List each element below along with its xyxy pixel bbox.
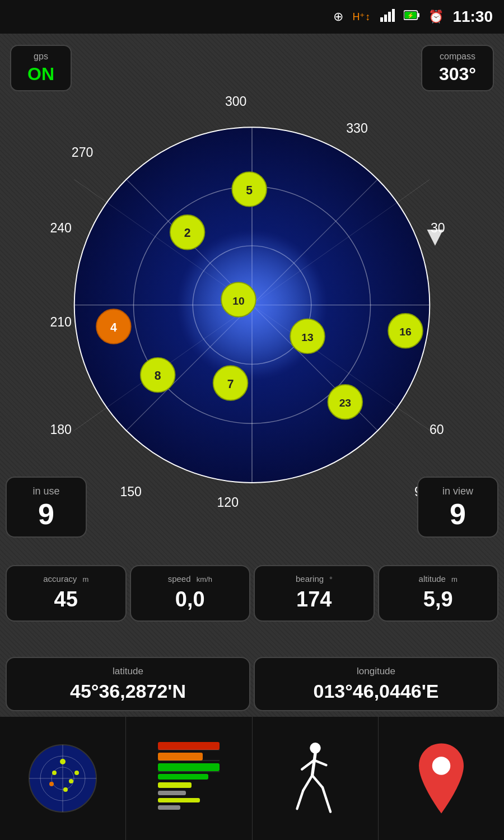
svg-rect-23 <box>158 782 192 788</box>
svg-rect-5 <box>418 13 420 17</box>
altitude-value: 5,9 <box>385 587 492 613</box>
satellite-5-label: 5 <box>246 184 253 197</box>
signal-bars-icon <box>379 7 395 26</box>
bottom-navigation <box>0 717 504 840</box>
nav-signal[interactable] <box>126 717 252 840</box>
satellite-16-label: 16 <box>399 326 411 338</box>
svg-rect-25 <box>158 798 200 802</box>
compass-label-270: 270 <box>72 145 93 160</box>
altitude-label: altitude m <box>385 574 492 584</box>
walker-icon <box>290 742 340 815</box>
compass-label: compass <box>435 52 480 62</box>
svg-point-18 <box>74 771 79 775</box>
clock: 11:30 <box>452 8 493 26</box>
compass-value: 303° <box>435 64 480 85</box>
main-content: gps ON compass 303° 300 330 270 240 210 … <box>0 34 504 840</box>
speed-card: speed km/h 0,0 <box>130 565 251 622</box>
compass-label-300: 300 <box>225 94 246 109</box>
compass-label-180: 180 <box>50 422 71 437</box>
svg-point-17 <box>63 787 68 792</box>
gps-value: ON <box>24 64 58 85</box>
in-use-badge: in use 9 <box>6 477 87 538</box>
svg-rect-22 <box>158 774 208 780</box>
accuracy-label: accuracy m <box>12 574 120 584</box>
latitude-card: latitude 45°36,2872'N <box>6 657 250 711</box>
svg-point-15 <box>69 779 73 783</box>
bearing-card: bearing ° 174 <box>254 565 375 622</box>
svg-point-16 <box>49 782 54 786</box>
battery-icon: ⚡ <box>404 9 419 25</box>
svg-rect-20 <box>158 753 203 760</box>
svg-rect-19 <box>158 742 220 750</box>
satellite-7-label: 7 <box>227 377 234 390</box>
longitude-label: longitude <box>260 666 492 677</box>
metrics-row: accuracy m 45 speed km/h 0,0 bearing ° 1… <box>0 565 504 622</box>
in-view-value: 9 <box>435 500 480 529</box>
satellite-4-label: 4 <box>110 321 117 334</box>
svg-line-33 <box>314 760 326 766</box>
svg-rect-26 <box>158 805 180 810</box>
compass-label-210: 210 <box>50 315 71 329</box>
satellite-8-label: 8 <box>155 369 161 382</box>
satellite-13-label: 13 <box>301 332 313 343</box>
inuse-inview-row: in use 9 in view 9 <box>0 477 504 538</box>
accuracy-value: 45 <box>12 587 120 613</box>
altitude-card: altitude m 5,9 <box>378 565 499 622</box>
gps-target-icon: ⊕ <box>333 10 343 24</box>
in-use-value: 9 <box>24 500 69 529</box>
radar-display: 300 330 270 240 210 180 150 120 90 60 30 <box>42 90 462 510</box>
alarm-icon: ⏰ <box>428 10 444 24</box>
svg-rect-0 <box>380 17 383 22</box>
in-view-label: in view <box>435 486 480 497</box>
speed-label: speed km/h <box>137 574 244 584</box>
coordinates-row: latitude 45°36,2872'N longitude 013°46,0… <box>0 657 504 711</box>
satellite-2-label: 2 <box>184 226 191 239</box>
compass-label-240: 240 <box>50 221 71 235</box>
gps-badge[interactable]: gps ON <box>10 45 72 91</box>
bearing-label: bearing ° <box>260 574 368 584</box>
bearing-triangle <box>427 230 444 246</box>
svg-point-13 <box>60 759 66 764</box>
svg-rect-1 <box>384 15 387 22</box>
accuracy-card: accuracy m 45 <box>6 565 127 622</box>
svg-rect-2 <box>388 12 391 22</box>
signal-bars-nav-icon <box>155 739 222 818</box>
mini-radar-icon <box>26 742 99 815</box>
nav-location[interactable] <box>379 717 504 840</box>
svg-rect-3 <box>392 9 395 22</box>
longitude-value: 013°46,0446'E <box>260 680 492 702</box>
svg-line-34 <box>303 776 312 791</box>
in-view-badge: in view 9 <box>417 477 498 538</box>
satellite-10-label: 10 <box>232 295 244 307</box>
svg-line-37 <box>323 787 330 811</box>
hplus-icon: H⁺↕ <box>352 11 370 23</box>
gps-label: gps <box>24 52 58 62</box>
svg-point-14 <box>52 771 57 775</box>
status-bar: ⊕ H⁺↕ ⚡ ⏰ 11:30 <box>0 0 504 34</box>
nav-walk[interactable] <box>253 717 379 840</box>
svg-text:⚡: ⚡ <box>408 12 415 19</box>
location-pin-icon <box>413 739 469 818</box>
svg-line-35 <box>297 791 303 809</box>
nav-radar[interactable] <box>0 717 126 840</box>
svg-line-31 <box>312 754 315 776</box>
bearing-value: 174 <box>260 587 368 613</box>
radar-svg: 300 330 270 240 210 180 150 120 90 60 30 <box>42 90 462 510</box>
compass-badge[interactable]: compass 303° <box>421 45 494 91</box>
latitude-value: 45°36,2872'N <box>12 680 244 702</box>
svg-line-36 <box>312 776 322 788</box>
longitude-card: longitude 013°46,0446'E <box>254 657 498 711</box>
in-use-label: in use <box>24 486 69 497</box>
svg-rect-24 <box>158 791 186 795</box>
speed-value: 0,0 <box>137 587 244 613</box>
svg-point-38 <box>432 757 451 775</box>
compass-label-60: 60 <box>430 422 444 437</box>
svg-rect-21 <box>158 763 220 771</box>
satellite-23-label: 23 <box>339 397 351 409</box>
latitude-label: latitude <box>12 666 244 677</box>
svg-point-30 <box>310 743 321 754</box>
compass-label-330: 330 <box>346 121 367 136</box>
